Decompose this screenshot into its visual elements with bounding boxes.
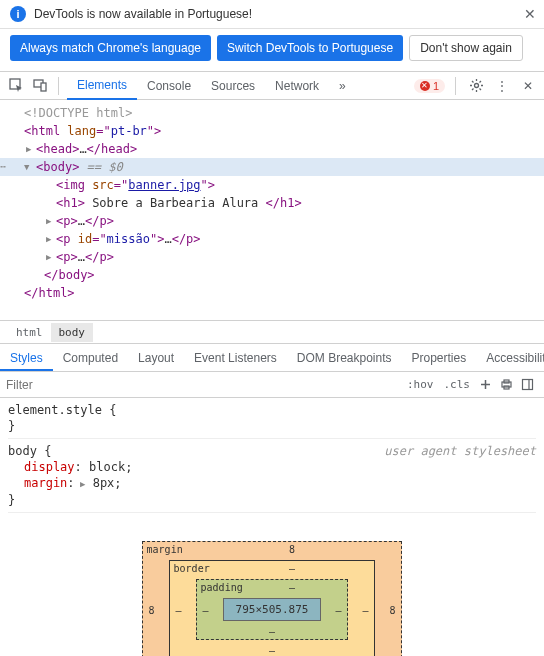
expand-icon[interactable]: ▶ — [46, 230, 51, 248]
switch-language-button[interactable]: Switch DevTools to Portuguese — [217, 35, 403, 61]
breadcrumb: html body — [0, 320, 544, 344]
tab-accessibility[interactable]: Accessibility — [476, 344, 544, 371]
tab-network[interactable]: Network — [265, 73, 329, 99]
print-media-icon[interactable] — [496, 378, 517, 391]
language-infobar: i DevTools is now available in Portugues… — [0, 0, 544, 29]
tab-sources[interactable]: Sources — [201, 73, 265, 99]
new-rule-icon[interactable] — [475, 378, 496, 391]
collapse-icon[interactable]: ▼ — [24, 158, 29, 176]
tab-elements[interactable]: Elements — [67, 72, 137, 100]
doctype: <!DOCTYPE html> — [24, 106, 132, 120]
info-icon: i — [10, 6, 26, 22]
crumb-html[interactable]: html — [8, 323, 51, 342]
content-size[interactable]: 795×505.875 — [223, 598, 322, 621]
error-dot-icon: ✕ — [420, 81, 430, 91]
gutter-dots-icon[interactable]: ⋯ — [0, 158, 5, 176]
stylesheet-origin: user agent stylesheet — [384, 443, 536, 459]
svg-point-3 — [474, 84, 478, 88]
inspect-icon[interactable] — [6, 76, 26, 96]
tab-dom-breakpoints[interactable]: DOM Breakpoints — [287, 344, 402, 371]
tab-event-listeners[interactable]: Event Listeners — [184, 344, 287, 371]
selected-node[interactable]: ⋯▼<body> == $0 — [0, 158, 544, 176]
kebab-icon[interactable]: ⋮ — [492, 76, 512, 96]
computed-panel-icon[interactable] — [517, 378, 538, 391]
svg-rect-7 — [523, 380, 533, 390]
cls-button[interactable]: .cls — [439, 378, 476, 391]
svg-rect-2 — [41, 83, 46, 91]
selector[interactable]: element.style — [8, 403, 102, 417]
tab-computed[interactable]: Computed — [53, 344, 128, 371]
dom-tree[interactable]: <!DOCTYPE html> <html lang="pt-br"> ▶<he… — [0, 100, 544, 300]
infobar-buttons: Always match Chrome's language Switch De… — [0, 29, 544, 72]
dismiss-button[interactable]: Don't show again — [409, 35, 523, 61]
css-rules[interactable]: element.style { } user agent stylesheet … — [0, 398, 544, 521]
tab-styles[interactable]: Styles — [0, 344, 53, 371]
separator — [58, 77, 59, 95]
close-devtools-icon[interactable]: ✕ — [518, 76, 538, 96]
infobar-message: DevTools is now available in Portuguese! — [34, 7, 252, 21]
error-badge[interactable]: ✕1 — [414, 79, 445, 93]
expand-icon[interactable]: ▶ — [46, 248, 51, 266]
styles-tabs: Styles Computed Layout Event Listeners D… — [0, 344, 544, 372]
match-language-button[interactable]: Always match Chrome's language — [10, 35, 211, 61]
hov-button[interactable]: :hov — [402, 378, 439, 391]
expand-shorthand-icon[interactable]: ▶ — [75, 479, 86, 489]
close-icon[interactable]: ✕ — [524, 6, 536, 22]
more-tabs-icon[interactable]: » — [329, 73, 356, 99]
panel-tabs: Elements Console Sources Network » — [67, 72, 356, 100]
crumb-body[interactable]: body — [51, 323, 94, 342]
selector[interactable]: body — [8, 444, 37, 458]
tab-layout[interactable]: Layout — [128, 344, 184, 371]
tab-console[interactable]: Console — [137, 73, 201, 99]
expand-icon[interactable]: ▶ — [46, 212, 51, 230]
styles-filterbar: :hov .cls — [0, 372, 544, 398]
filter-input[interactable] — [6, 378, 402, 392]
expand-icon[interactable]: ▶ — [26, 140, 31, 158]
separator — [455, 77, 456, 95]
device-toggle-icon[interactable] — [30, 76, 50, 96]
src-link[interactable]: banner.jpg — [128, 178, 200, 192]
devtools-toolbar: Elements Console Sources Network » ✕1 ⋮ … — [0, 72, 544, 100]
tab-properties[interactable]: Properties — [402, 344, 477, 371]
gear-icon[interactable] — [466, 76, 486, 96]
box-model[interactable]: margin 8 8 8 8 border – – – – padding – … — [0, 521, 544, 656]
